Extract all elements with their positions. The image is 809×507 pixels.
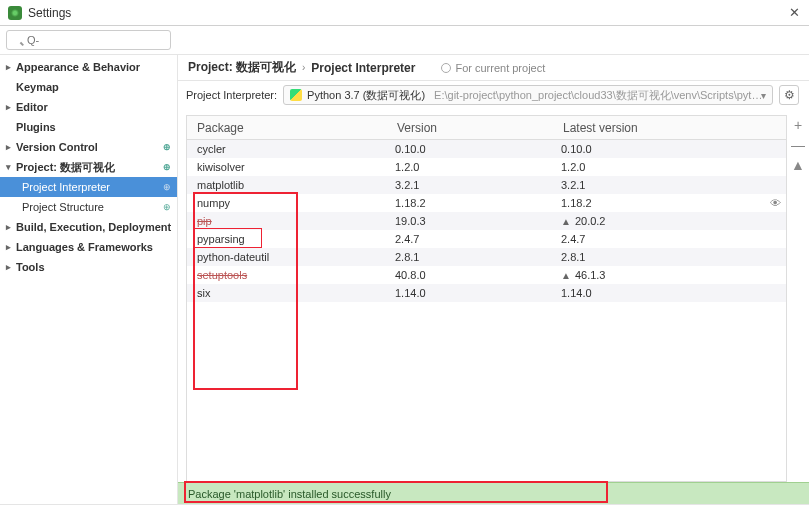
sidebar-item-8[interactable]: ▸Build, Execution, Deployment [0,217,177,237]
sidebar-item-label: Editor [16,101,48,113]
package-latest: 1.2.0 [553,161,786,173]
interpreter-label: Project Interpreter: [186,89,277,101]
chevron-right-icon: ▸ [4,102,12,112]
table-row[interactable]: six1.14.01.14.0 [187,284,786,302]
package-version: 19.0.3 [387,215,553,227]
table-wrap: Package Version Latest version cycler0.1… [186,115,809,482]
sidebar-item-label: Project Interpreter [22,181,110,193]
upgrade-arrow-icon: ▲ [561,270,571,281]
package-name: six [187,287,387,299]
breadcrumb-page: Project Interpreter [311,61,415,75]
search-input[interactable] [6,30,171,50]
app-icon [8,6,22,20]
status-wrap: Package 'matplotlib' installed successfu… [178,482,809,504]
package-version: 3.2.1 [387,179,553,191]
window-title: Settings [28,6,71,20]
chevron-down-icon: ▾ [4,162,12,172]
chevron-right-icon: ▸ [4,222,12,232]
content: Project: 数据可视化 › Project Interpreter For… [178,55,809,504]
scope-icon: ⊕ [163,202,171,212]
package-name: setuptools [187,269,387,281]
sidebar-item-0[interactable]: ▸Appearance & Behavior [0,57,177,77]
table-row[interactable]: pyparsing2.4.72.4.7 [187,230,786,248]
close-icon[interactable]: ✕ [787,6,801,20]
package-latest: 3.2.1 [553,179,786,191]
package-latest: 1.14.0 [553,287,786,299]
interpreter-row: Project Interpreter: Python 3.7 (数据可视化) … [178,81,809,109]
chevron-right-icon: ▸ [4,142,12,152]
add-package-button[interactable]: + [790,117,806,133]
table-row[interactable]: kiwisolver1.2.01.2.0 [187,158,786,176]
table-actions: + — ▲ [787,115,809,482]
breadcrumb-project: Project: 数据可视化 [188,59,296,76]
package-latest: ▲20.0.2 [553,215,786,227]
sidebar-item-label: Build, Execution, Deployment [16,221,171,233]
interpreter-name: Python 3.7 (数据可视化) [307,88,425,103]
col-version[interactable]: Version [387,121,553,135]
sidebar-item-label: Keymap [16,81,59,93]
scope-icon: ⊕ [163,162,171,172]
col-latest[interactable]: Latest version [553,121,786,135]
sidebar-item-label: Tools [16,261,45,273]
sidebar-item-5[interactable]: ▾Project: 数据可视化⊕ [0,157,177,177]
package-name: python-dateutil [187,251,387,263]
table-row[interactable]: setuptools40.8.0▲46.1.3 [187,266,786,284]
package-version: 40.8.0 [387,269,553,281]
upgrade-package-button[interactable]: ▲ [790,157,806,173]
package-version: 0.10.0 [387,143,553,155]
package-version: 2.4.7 [387,233,553,245]
upgrade-arrow-icon: ▲ [561,216,571,227]
sidebar-item-3[interactable]: Plugins [0,117,177,137]
reset-icon[interactable] [441,63,451,73]
package-name: kiwisolver [187,161,387,173]
table-row[interactable]: pip19.0.3▲20.0.2 [187,212,786,230]
interpreter-select[interactable]: Python 3.7 (数据可视化) E:\git-project\python… [283,85,773,105]
table-row[interactable]: python-dateutil2.8.12.8.1 [187,248,786,266]
sidebar-item-1[interactable]: Keymap [0,77,177,97]
scope-icon: ⊕ [163,142,171,152]
chevron-right-icon: ▸ [4,262,12,272]
sidebar-item-label: Plugins [16,121,56,133]
sidebar-item-label: Project Structure [22,201,104,213]
sidebar-item-label: Version Control [16,141,98,153]
scope-icon: ⊕ [163,182,171,192]
sidebar-item-2[interactable]: ▸Editor [0,97,177,117]
table-header: Package Version Latest version [187,116,786,140]
package-latest: 1.18.2👁 [553,197,786,209]
titlebar-left: Settings [8,6,71,20]
package-name: pip [187,215,387,227]
table-row[interactable]: matplotlib3.2.13.2.1 [187,176,786,194]
sidebar-item-6[interactable]: Project Interpreter⊕ [0,177,177,197]
interpreter-path: E:\git-project\python_project\cloud33\数据… [434,88,766,103]
package-version: 2.8.1 [387,251,553,263]
sidebar-item-7[interactable]: Project Structure⊕ [0,197,177,217]
table-row[interactable]: cycler0.10.00.10.0 [187,140,786,158]
for-project-label: For current project [441,62,545,74]
sidebar-item-4[interactable]: ▸Version Control⊕ [0,137,177,157]
package-latest: ▲46.1.3 [553,269,786,281]
package-version: 1.18.2 [387,197,553,209]
breadcrumb: Project: 数据可视化 › Project Interpreter For… [178,55,809,81]
sidebar-item-label: Languages & Frameworks [16,241,153,253]
col-package[interactable]: Package [187,121,387,135]
package-latest: 0.10.0 [553,143,786,155]
chevron-right-icon: ▸ [4,62,12,72]
sidebar-item-label: Appearance & Behavior [16,61,140,73]
breadcrumb-sep: › [302,62,305,73]
search-icon [6,30,171,50]
chevron-right-icon: ▸ [4,242,12,252]
package-name: pyparsing [187,233,387,245]
package-version: 1.2.0 [387,161,553,173]
sidebar-item-label: Project: 数据可视化 [16,160,115,175]
sidebar-item-9[interactable]: ▸Languages & Frameworks [0,237,177,257]
remove-package-button[interactable]: — [790,137,806,153]
for-project-text: For current project [455,62,545,74]
main: ▸Appearance & BehaviorKeymap▸EditorPlugi… [0,55,809,504]
gear-icon[interactable]: ⚙ [779,85,799,105]
status-bar: Package 'matplotlib' installed successfu… [178,482,809,504]
sidebar-item-10[interactable]: ▸Tools [0,257,177,277]
package-latest: 2.4.7 [553,233,786,245]
eye-icon: 👁 [770,197,781,209]
python-icon [290,89,302,101]
table-row[interactable]: numpy1.18.21.18.2👁 [187,194,786,212]
